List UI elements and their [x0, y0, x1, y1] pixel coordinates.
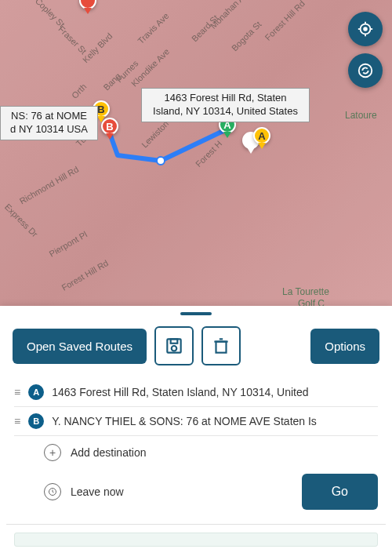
stop-row-a[interactable]: ≡ A 1463 Forest Hill Rd, Staten Island, …: [14, 378, 378, 407]
tooltip-partial: NS: 76 at NOME d NY 10314 USA: [0, 106, 98, 140]
street-orth: Orth: [70, 82, 89, 100]
route-panel: Open Saved Routes Options ≡ A 1463 Fores…: [0, 306, 392, 549]
svg-rect-11: [216, 342, 227, 353]
marker-red-top[interactable]: [78, 0, 97, 17]
stop-b-text[interactable]: Y. NANCY THIEL & SONS: 76 at NOME AVE St…: [52, 415, 378, 427]
options-button[interactable]: Options: [310, 329, 379, 364]
park-label-2a: La Tourette: [282, 286, 329, 297]
stop-badge-b: B: [28, 413, 44, 429]
toolbar: Open Saved Routes Options: [0, 315, 392, 373]
save-route-button[interactable]: [154, 326, 194, 365]
route-polyline: [0, 0, 392, 306]
street-bogota: Bogota St: [230, 20, 263, 53]
street-fraser: Fraser St: [56, 24, 88, 56]
svg-point-10: [172, 346, 177, 351]
clock-icon: [44, 483, 61, 500]
plus-icon: +: [44, 444, 61, 461]
locate-button[interactable]: [348, 12, 383, 46]
svg-rect-9: [171, 339, 178, 343]
svg-point-7: [359, 64, 372, 78]
reorder-handle-icon[interactable]: ≡: [14, 415, 20, 427]
park-label-1: Latoure: [345, 110, 377, 121]
trash-icon: [211, 336, 231, 356]
street-pierpont: Pierpont Pl: [48, 229, 89, 258]
footer-strip: [14, 533, 378, 547]
go-button[interactable]: Go: [302, 474, 378, 510]
street-travis: Travis Ave: [136, 11, 170, 45]
refresh-button[interactable]: [348, 53, 383, 88]
leave-now-label: Leave now: [71, 485, 124, 498]
stops-list: ≡ A 1463 Forest Hill Rd, Staten Island, …: [0, 373, 392, 436]
stop-a-text[interactable]: 1463 Forest Hill Rd, Staten Island, NY 1…: [52, 386, 378, 398]
street-lewis: Lewiston: [140, 118, 170, 149]
park-label-2b: Golf C: [298, 298, 325, 306]
stop-badge-a: A: [28, 384, 44, 400]
street-forest-hill: Forest Hill Rd: [263, 0, 307, 42]
tooltip-main: 1463 Forest Hill Rd, Staten Island, NY 1…: [141, 88, 310, 122]
refresh-icon: [357, 62, 374, 79]
reorder-handle-icon[interactable]: ≡: [14, 386, 20, 398]
marker-b-red[interactable]: B: [100, 118, 119, 143]
marker-a-yellow[interactable]: A: [252, 127, 271, 152]
street-forest-h: Forest H: [194, 139, 223, 169]
divider: [6, 524, 386, 525]
stop-row-b[interactable]: ≡ B Y. NANCY THIEL & SONS: 76 at NOME AV…: [14, 407, 378, 436]
leave-now-button[interactable]: Leave now: [14, 483, 124, 500]
svg-point-0: [157, 157, 165, 165]
delete-route-button[interactable]: [201, 326, 241, 365]
street-richmond: Richmond Hill Rd: [18, 165, 81, 206]
add-destination-label: Add destination: [71, 446, 147, 459]
crosshair-icon: [357, 20, 374, 38]
open-saved-routes-button[interactable]: Open Saved Routes: [13, 329, 147, 364]
go-row: Leave now Go: [0, 469, 392, 514]
svg-point-2: [364, 27, 367, 31]
street-forest-hill2: Forest Hill Rd: [60, 258, 110, 293]
map-canvas[interactable]: Copley St Fraser St Kelly Blvd Travis Av…: [0, 0, 392, 306]
add-destination-row[interactable]: + Add destination: [0, 436, 392, 469]
street-express: Express Dr: [3, 202, 40, 239]
save-icon: [164, 336, 184, 356]
